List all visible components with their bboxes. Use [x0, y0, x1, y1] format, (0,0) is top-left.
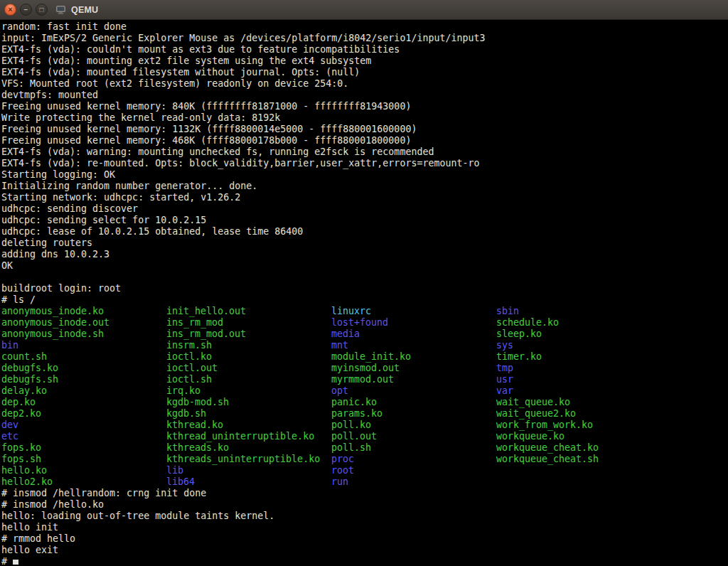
file-entry: usr — [496, 374, 661, 385]
terminal-line: devtmpfs: mounted — [1, 90, 728, 101]
file-entry: ioctl.ko — [166, 351, 331, 363]
terminal-line: hello exit — [1, 545, 728, 556]
ls-row: count.shioctl.komodule_init.kotimer.ko — [1, 351, 728, 363]
file-entry: work_from_work.ko — [496, 420, 661, 431]
ls-row: debugfs.shioctl.shmyrmmod.outusr — [1, 374, 728, 385]
file-entry: timer.ko — [496, 351, 661, 363]
file-entry: workqueue_cheat.sh — [496, 454, 661, 465]
terminal-line — [1, 272, 728, 283]
terminal-line: Freeing unused kernel memory: 840K (ffff… — [1, 101, 728, 112]
ls-row: dep.kokgdb-mod.shpanic.kowait_queue.ko — [1, 397, 728, 408]
file-entry: anonymous_inode.sh — [1, 329, 166, 340]
file-entry: ioctl.out — [166, 363, 331, 374]
ls-output-grid: anonymous_inode.koinit_hello.outlinuxrcs… — [1, 306, 728, 488]
ls-row: anonymous_inode.shins_rm_mod.outmediasle… — [1, 329, 728, 340]
file-entry: sys — [496, 340, 661, 351]
file-entry: poll.ko — [331, 420, 496, 431]
ls-row: dep2.kokgdb.shparams.kowait_queue2.ko — [1, 408, 728, 420]
file-entry: hello.ko — [1, 465, 166, 476]
file-entry: hello2.ko — [1, 476, 166, 488]
file-entry: bin — [1, 340, 166, 351]
file-entry: proc — [331, 454, 496, 465]
ls-row: anonymous_inode.koinit_hello.outlinuxrcs… — [1, 306, 728, 317]
file-entry: irq.ko — [166, 385, 331, 397]
file-entry: opt — [331, 385, 496, 397]
file-entry: mnt — [331, 340, 496, 351]
window-titlebar: × − □ QEMU — [0, 0, 728, 20]
ls-row: hello.kolibroot — [1, 465, 728, 476]
terminal-line: VFS: Mounted root (ext2 filesystem) read… — [1, 78, 728, 90]
terminal-line: EXT4-fs (vda): warning: mounting uncheck… — [1, 146, 728, 158]
file-entry: sleep.ko — [496, 329, 661, 340]
file-entry: workqueue_cheat.ko — [496, 442, 661, 454]
terminal-line: EXT4-fs (vda): re-mounted. Opts: block_v… — [1, 158, 728, 169]
file-entry: wait_queue2.ko — [496, 408, 661, 420]
file-entry: fops.sh — [1, 454, 166, 465]
file-entry: lost+found — [331, 317, 496, 329]
file-entry: dep.ko — [1, 397, 166, 408]
file-entry: wait_queue.ko — [496, 397, 661, 408]
terminal-line: udhcpc: sending select for 10.0.2.15 — [1, 215, 728, 226]
ls-row: delay.koirq.kooptvar — [1, 385, 728, 397]
file-entry: tmp — [496, 363, 661, 374]
terminal-line: buildroot login: root — [1, 283, 728, 294]
prompt-line: # — [1, 556, 728, 566]
file-entry: delay.ko — [1, 385, 166, 397]
file-entry: kgdb-mod.sh — [166, 397, 331, 408]
terminal-line: Freeing unused kernel memory: 1132K (fff… — [1, 124, 728, 135]
file-entry: insrm.sh — [166, 340, 331, 351]
terminal-line: udhcpc: sending discover — [1, 203, 728, 215]
file-entry: init_hello.out — [166, 306, 331, 317]
file-entry: workqueue.ko — [496, 431, 661, 442]
file-entry: myinsmod.out — [331, 363, 496, 374]
file-entry: ins_rm_mod.out — [166, 329, 331, 340]
file-entry: poll.sh — [331, 442, 496, 454]
close-button[interactable]: × — [4, 4, 16, 16]
terminal-line: adding dns 10.0.2.3 — [1, 249, 728, 260]
ls-row: hello2.kolib64run — [1, 476, 728, 488]
terminal-line: hello init — [1, 522, 728, 533]
file-entry: root — [331, 465, 496, 476]
terminal-line: random: fast init done — [1, 21, 728, 33]
ls-row: bininsrm.shmntsys — [1, 340, 728, 351]
file-entry: kthreads_uninterruptible.ko — [166, 454, 331, 465]
file-entry: debugfs.sh — [1, 374, 166, 385]
file-entry: schedule.ko — [496, 317, 661, 329]
file-entry: var — [496, 385, 661, 397]
terminal-line: EXT4-fs (vda): mounted filesystem withou… — [1, 67, 728, 78]
ls-row: fops.kokthreads.kopoll.shworkqueue_cheat… — [1, 442, 728, 454]
file-entry: lib64 — [166, 476, 331, 488]
terminal-screen[interactable]: random: fast init doneinput: ImExPS/2 Ge… — [0, 20, 728, 566]
ls-row: debugfs.koioctl.outmyinsmod.outtmp — [1, 363, 728, 374]
maximize-button[interactable]: □ — [36, 4, 48, 16]
file-entry: dev — [1, 420, 166, 431]
file-entry: myrmmod.out — [331, 374, 496, 385]
file-entry: kthread.ko — [166, 420, 331, 431]
terminal-line: # rmmod hello — [1, 533, 728, 545]
terminal-line: EXT4-fs (vda): mounting ext2 file system… — [1, 55, 728, 67]
terminal-line: EXT4-fs (vda): couldn't mount as ext3 du… — [1, 44, 728, 55]
ls-row: fops.shkthreads_uninterruptible.koprocwo… — [1, 454, 728, 465]
terminal-line: Starting network: udhcpc: started, v1.26… — [1, 192, 728, 203]
window-title-group: QEMU — [55, 4, 98, 15]
file-entry: anonymous_inode.out — [1, 317, 166, 329]
file-entry: linuxrc — [331, 306, 496, 317]
shell-session-log: # insmod /hellrandom: crng init done# in… — [1, 488, 728, 556]
terminal-line: input: ImExPS/2 Generic Explorer Mouse a… — [1, 33, 728, 44]
boot-log: random: fast init doneinput: ImExPS/2 Ge… — [1, 21, 728, 306]
file-entry: dep2.ko — [1, 408, 166, 420]
minimize-button[interactable]: − — [20, 4, 32, 16]
ls-row: anonymous_inode.outins_rm_modlost+founds… — [1, 317, 728, 329]
file-entry: params.ko — [331, 408, 496, 420]
file-entry: ioctl.sh — [166, 374, 331, 385]
ls-row: devkthread.kopoll.kowork_from_work.ko — [1, 420, 728, 431]
file-entry: etc — [1, 431, 166, 442]
file-entry: panic.ko — [331, 397, 496, 408]
file-entry: sbin — [496, 306, 661, 317]
terminal-line: udhcpc: lease of 10.0.2.15 obtained, lea… — [1, 226, 728, 237]
file-entry: media — [331, 329, 496, 340]
file-entry: run — [331, 476, 496, 488]
terminal-line: # insmod /hello.ko — [1, 499, 728, 511]
file-entry: kgdb.sh — [166, 408, 331, 420]
terminal-line: OK — [1, 260, 728, 272]
